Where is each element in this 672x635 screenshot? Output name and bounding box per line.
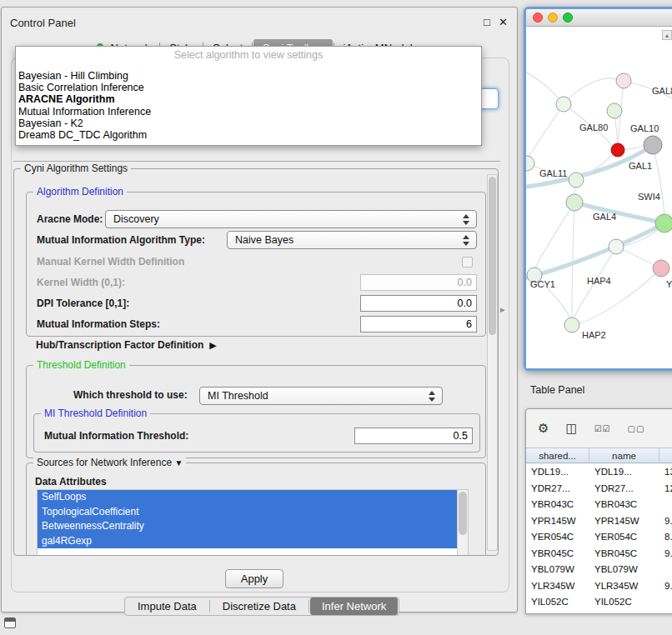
- network-node[interactable]: [655, 214, 672, 232]
- splitter-collapse-icon[interactable]: ▸: [500, 304, 505, 315]
- mi-algorithm-type-select[interactable]: Naive Bayes: [227, 231, 477, 249]
- node-label: GAL10: [630, 123, 659, 133]
- table-body: YDL19...YDL19...13YDR27...YDR27...12YBR0…: [526, 464, 672, 613]
- attr-list-scrollbar[interactable]: [457, 490, 468, 555]
- algorithm-option[interactable]: Dream8 DC_TDC Algorithm: [16, 129, 481, 141]
- aracne-mode-value: Discovery: [113, 213, 159, 225]
- mi-steps-label: Mutual Information Steps:: [37, 318, 160, 330]
- network-window-titlebar[interactable]: [526, 9, 672, 27]
- column-chooser-icon[interactable]: ◫: [565, 421, 577, 436]
- column-header[interactable]: name: [589, 448, 659, 462]
- bottom-tab-infer-network[interactable]: Infer Network: [310, 598, 398, 615]
- network-node[interactable]: [569, 172, 584, 188]
- gear-icon[interactable]: ⚙: [538, 421, 549, 436]
- table-cell: YBL079W: [589, 562, 659, 578]
- control-panel-title: Control Panel: [10, 17, 76, 29]
- algorithm-option[interactable]: Basic Correlation Inference: [16, 82, 481, 93]
- network-node[interactable]: [526, 156, 534, 171]
- algorithm-option[interactable]: Bayesian - K2: [16, 118, 481, 129]
- table-row[interactable]: YER054CYER054C8.: [526, 529, 672, 546]
- mi-steps-field[interactable]: [360, 316, 477, 332]
- attribute-item[interactable]: SelfLoops: [38, 490, 457, 505]
- network-edge[interactable]: [653, 145, 664, 215]
- threshold-type-select[interactable]: MI Threshold: [199, 387, 443, 405]
- bottom-tab-discretize-data[interactable]: Discretize Data: [211, 598, 308, 615]
- table-cell: 9.: [659, 578, 672, 595]
- aracne-mode-label: Aracne Mode:: [37, 213, 103, 225]
- hub-definition-expander[interactable]: Hub/Transcription Factor Definition ▶: [36, 339, 217, 351]
- close-panel-icon[interactable]: ✕: [499, 16, 508, 28]
- network-node[interactable]: [611, 143, 624, 157]
- table-cell: [659, 497, 672, 513]
- select-all-icon[interactable]: ☑☑: [594, 424, 611, 433]
- network-node[interactable]: [609, 239, 624, 254]
- bottom-tab-impute-data[interactable]: Impute Data: [126, 598, 208, 615]
- network-node[interactable]: [564, 318, 579, 332]
- table-row[interactable]: YBR043CYBR043C: [526, 497, 672, 513]
- network-node[interactable]: [556, 97, 571, 112]
- close-window-icon[interactable]: [533, 12, 543, 22]
- table-row[interactable]: YDR27...YDR27...12: [526, 481, 672, 498]
- network-edge[interactable]: [574, 202, 666, 223]
- network-node[interactable]: [607, 103, 622, 118]
- dpi-tolerance-field[interactable]: [360, 295, 477, 312]
- manual-kernel-checkbox[interactable]: [462, 257, 473, 268]
- network-node[interactable]: [616, 73, 631, 88]
- attribute-item[interactable]: TopologicalCoefficient: [38, 505, 457, 520]
- apply-button[interactable]: Apply: [225, 569, 283, 588]
- data-attributes-label: Data Attributes: [35, 476, 107, 488]
- network-node[interactable]: [653, 260, 669, 277]
- table-cell: YPR145W: [589, 513, 659, 530]
- settings-scrollbar[interactable]: [487, 174, 498, 551]
- attribute-item[interactable]: gal4RGexp: [38, 534, 457, 549]
- settings-scrollbar-thumb[interactable]: [489, 177, 496, 335]
- node-label: GAL11: [539, 168, 567, 178]
- table-row[interactable]: YDL19...YDL19...13: [526, 464, 672, 481]
- algorithm-dropdown-popup: Select algorithm to view settings Bayesi…: [15, 46, 482, 146]
- table-header: shared...name: [526, 448, 672, 463]
- network-node[interactable]: [644, 136, 662, 154]
- column-header[interactable]: [659, 448, 672, 462]
- combo-arrows-icon: [428, 390, 436, 402]
- manual-kernel-label: Manual Kernel Width Definition: [37, 256, 184, 268]
- column-header[interactable]: shared...: [526, 448, 589, 462]
- aracne-mode-select[interactable]: Discovery: [105, 210, 477, 228]
- table-row[interactable]: YPR145WYPR145W9.: [526, 513, 672, 530]
- mi-threshold-label: Mutual Information Threshold:: [44, 430, 188, 442]
- network-edge[interactable]: [572, 202, 574, 318]
- algorithm-option[interactable]: Bayesian - Hill Climbing: [16, 70, 481, 82]
- table-row[interactable]: YIL052CYIL052C: [526, 594, 672, 611]
- float-panel-icon[interactable]: □: [484, 16, 490, 28]
- network-edge[interactable]: [529, 104, 564, 157]
- attribute-item[interactable]: BetweennessCentrality: [38, 519, 457, 534]
- table-cell: YDR27...: [589, 481, 659, 498]
- table-row[interactable]: YBL079WYBL079W: [526, 562, 672, 578]
- algorithm-option[interactable]: ARACNE Algorithm: [16, 93, 481, 105]
- network-node[interactable]: [566, 194, 583, 211]
- restore-panel-icon[interactable]: [4, 618, 16, 628]
- scroll-up-icon[interactable]: ▲: [662, 30, 672, 40]
- mi-type-label: Mutual Information Algorithm Type:: [37, 234, 205, 246]
- network-edge[interactable]: [535, 202, 574, 268]
- node-label: HAP2: [582, 330, 606, 340]
- kernel-width-field[interactable]: [360, 274, 477, 291]
- table-row[interactable]: YBR045CYBR045C9.: [526, 546, 672, 562]
- algorithm-option[interactable]: Mutual Information Inference: [16, 106, 481, 118]
- collapse-down-icon: ▼: [174, 458, 183, 468]
- data-attributes-list[interactable]: SelfLoopsTopologicalCoefficientBetweenne…: [37, 489, 469, 555]
- table-cell: 8.: [659, 529, 672, 546]
- table-panel-title: Table Panel: [530, 384, 584, 396]
- mi-threshold-field[interactable]: [354, 428, 473, 444]
- threshold-type-label: Which threshold to use:: [73, 389, 188, 401]
- sources-group: Sources for Network Inference ▼ Data Att…: [26, 462, 486, 555]
- table-cell: YBR043C: [589, 497, 659, 513]
- minimize-window-icon[interactable]: [548, 12, 558, 22]
- zoom-window-icon[interactable]: [563, 12, 573, 22]
- network-edge[interactable]: [564, 78, 616, 104]
- table-cell: YBR043C: [526, 497, 589, 513]
- sources-group-title[interactable]: Sources for Network Inference ▼: [33, 457, 186, 469]
- network-edge[interactable]: [526, 223, 664, 279]
- network-canvas[interactable]: GAL8GAL80GAL10GAL11GAL1SWI4GAL4GCY1HAP4H…: [526, 27, 672, 368]
- table-row[interactable]: YLR345WYLR345W9.: [526, 578, 672, 595]
- clear-selection-icon[interactable]: ▢▢: [628, 424, 645, 433]
